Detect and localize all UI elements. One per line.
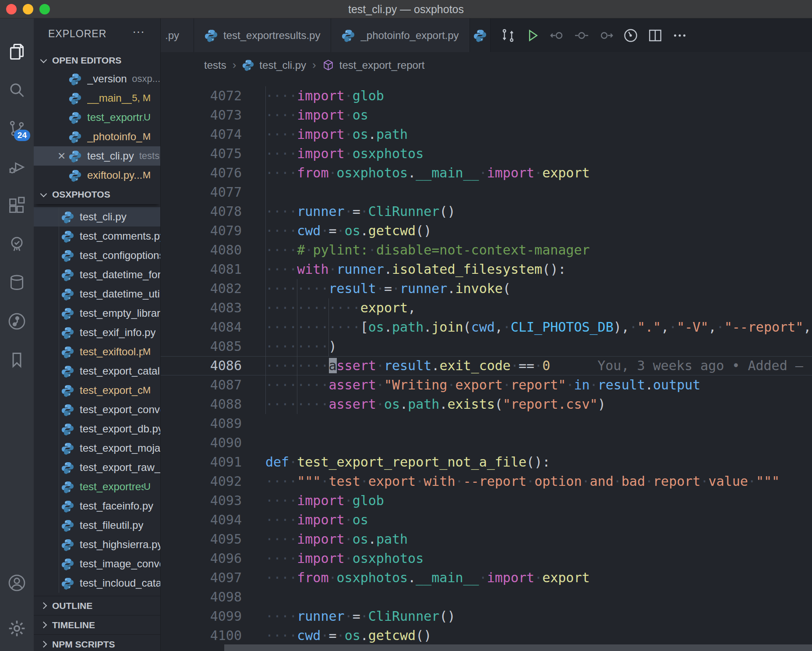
- tree-item[interactable]: test_export_db.py: [34, 419, 160, 439]
- tree-item[interactable]: test_export_c...M: [34, 381, 160, 400]
- code-editor[interactable]: 4072····import·glob4073····import·os4074…: [161, 78, 812, 651]
- extensions-icon[interactable]: [7, 196, 27, 216]
- tab-.py[interactable]: .py: [161, 18, 194, 52]
- tree-item[interactable]: test_datetime_form...: [34, 265, 160, 284]
- tree-item[interactable]: test_exif_info.py: [34, 323, 160, 342]
- tree-item[interactable]: test_cli.py: [34, 207, 160, 226]
- tree-item[interactable]: test_datetime_utils....: [34, 284, 160, 304]
- tree-item[interactable]: test_fileutil.py: [34, 516, 160, 535]
- code-line-4087[interactable]: 4087········assert·"Writing·export·repor…: [161, 375, 812, 395]
- settings-gear-icon[interactable]: [7, 619, 27, 638]
- code-line-4096[interactable]: 4096····import·osxphotos: [161, 549, 812, 568]
- code-line-4093[interactable]: 4093····import·glob: [161, 491, 812, 510]
- sidebar-section-npm-scripts[interactable]: NPM SCRIPTS: [34, 634, 160, 651]
- run-debug-icon[interactable]: [7, 157, 27, 177]
- bookmarks-icon[interactable]: [7, 350, 27, 370]
- code-line-4092[interactable]: 4092····"""·test·export·with·--report·op…: [161, 472, 812, 491]
- run-python-file-icon[interactable]: [525, 28, 540, 43]
- horizontal-scrollbar[interactable]: [224, 644, 812, 651]
- tab-_photoinfo_export.py[interactable]: _photoinfo_export.py: [331, 18, 470, 52]
- line-number: 4096: [161, 549, 242, 568]
- open-editors-header[interactable]: OPEN EDITORS: [34, 51, 160, 70]
- breadcrumb-item[interactable]: test_export_report: [339, 59, 425, 71]
- tab-active-file[interactable]: [470, 18, 491, 52]
- testing-icon[interactable]: [7, 234, 27, 254]
- code-line-4089[interactable]: 4089: [161, 414, 812, 433]
- tree-item[interactable]: test_export_conver...: [34, 400, 160, 419]
- sidebar-more-actions[interactable]: ···: [132, 25, 145, 39]
- code-line-4090[interactable]: 4090: [161, 433, 812, 453]
- code-line-4072[interactable]: 4072····import·glob: [161, 86, 812, 106]
- open-editor-item[interactable]: _version.pyosxp...: [34, 69, 160, 88]
- tree-item[interactable]: test_export_catalin...: [34, 361, 160, 381]
- tree-item[interactable]: test_export_mojave...: [34, 439, 160, 458]
- chevron-right-icon: [40, 641, 47, 648]
- code-line-4081[interactable]: 4081····with·runner.isolated_filesystem(…: [161, 260, 812, 279]
- close-editor-icon[interactable]: ✕: [57, 150, 69, 162]
- code-line-4078[interactable]: 4078····runner·=·CliRunner(): [161, 202, 812, 221]
- open-editor-item[interactable]: _photoinfo_...M: [34, 127, 160, 146]
- code-line-4077[interactable]: 4077: [161, 183, 812, 202]
- step-forward-icon[interactable]: [598, 28, 614, 43]
- database-icon[interactable]: [7, 273, 27, 293]
- sidebar-section-outline[interactable]: OUTLINE: [34, 596, 160, 615]
- code-line-4099[interactable]: 4099····runner·=·CliRunner(): [161, 607, 812, 626]
- code-line-4095[interactable]: 4095····import·os.path: [161, 530, 812, 549]
- tree-item[interactable]: test_export_raw_ca...: [34, 458, 160, 477]
- code-line-4080[interactable]: 4080····#·pylint:·disable=not-context-ma…: [161, 241, 812, 260]
- code-line-4086[interactable]: 4086········assert·result.exit_code·==·0…: [161, 356, 812, 375]
- open-editor-item[interactable]: exiftool.py...M: [34, 166, 160, 185]
- tree-item[interactable]: test_image_convert...: [34, 554, 160, 573]
- gauge-run-icon[interactable]: [623, 28, 639, 43]
- code-line-4085[interactable]: 4085········): [161, 337, 812, 356]
- line-number: 4087: [161, 375, 242, 395]
- tree-item[interactable]: test_exiftool.pyM: [34, 342, 160, 361]
- tree-item[interactable]: test_incloud_catali...: [34, 573, 160, 593]
- code-line-4091[interactable]: 4091def·test_export_report_not_a_file():: [161, 453, 812, 472]
- code-line-4082[interactable]: 4082········result·=·runner.invoke(: [161, 279, 812, 298]
- split-editor-icon[interactable]: [647, 28, 663, 43]
- open-editor-item[interactable]: ✕test_cli.pytests: [34, 146, 160, 166]
- open-editor-item[interactable]: test_exportr...U: [34, 108, 160, 127]
- code-line-4083[interactable]: 4083············export,: [161, 298, 812, 318]
- code-line-4073[interactable]: 4073····import·os: [161, 106, 812, 125]
- code-line-4084[interactable]: 4084············[os.path.join(cwd,·CLI_P…: [161, 318, 812, 337]
- code-line-4098[interactable]: 4098: [161, 587, 812, 607]
- explorer-icon[interactable]: [7, 42, 27, 61]
- account-icon[interactable]: [7, 573, 27, 593]
- search-icon[interactable]: [7, 80, 27, 100]
- code-line-4100[interactable]: 4100····cwd·=·os.getcwd(): [161, 626, 812, 645]
- tab-test_exportresults.py[interactable]: test_exportresults.py: [194, 18, 331, 52]
- sidebar-section-timeline[interactable]: TIMELINE: [34, 615, 160, 634]
- tree-item[interactable]: test_empty_library_...: [34, 304, 160, 323]
- tree-item[interactable]: test_comments.py: [34, 226, 160, 246]
- line-content: ····cwd·=·os.getcwd(): [242, 223, 431, 238]
- more-actions-icon[interactable]: [672, 28, 688, 43]
- breadcrumb-item[interactable]: test_cli.py: [259, 59, 306, 71]
- file-name: test_export_mojave...: [80, 442, 160, 454]
- code-line-4094[interactable]: 4094····import·os: [161, 510, 812, 530]
- step-back-icon[interactable]: [549, 28, 565, 43]
- tree-item[interactable]: test_highsierra.py: [34, 535, 160, 554]
- line-content: ····import·glob: [242, 493, 384, 508]
- code-line-4076[interactable]: 4076····from·osxphotos.__main__·import·e…: [161, 163, 812, 183]
- line-content: ········): [242, 339, 337, 354]
- code-line-4075[interactable]: 4075····import·osxphotos: [161, 144, 812, 163]
- record-circle-icon[interactable]: [574, 28, 590, 43]
- code-line-4097[interactable]: 4097····from·osxphotos.__main__·import·e…: [161, 568, 812, 587]
- tree-item[interactable]: test_configoptions....: [34, 246, 160, 265]
- breadcrumb-separator: ›: [311, 58, 317, 72]
- tree-item[interactable]: test_faceinfo.py: [34, 496, 160, 516]
- line-number: 4075: [161, 144, 242, 163]
- code-line-4079[interactable]: 4079····cwd·=·os.getcwd(): [161, 221, 812, 241]
- tree-item[interactable]: test_exportres...U: [34, 477, 160, 496]
- source-control-icon[interactable]: 24: [7, 119, 27, 138]
- python-file-icon: [61, 558, 74, 570]
- breadcrumb-item[interactable]: tests: [204, 59, 226, 71]
- compare-changes-icon[interactable]: [500, 28, 516, 43]
- code-line-4088[interactable]: 4088········assert·os.path.exists("repor…: [161, 395, 812, 414]
- git-graph-icon[interactable]: [7, 311, 27, 331]
- project-section-header[interactable]: OSXPHOTOS: [34, 185, 160, 204]
- code-line-4074[interactable]: 4074····import·os.path: [161, 125, 812, 144]
- open-editor-item[interactable]: __main__....5, M: [34, 88, 160, 108]
